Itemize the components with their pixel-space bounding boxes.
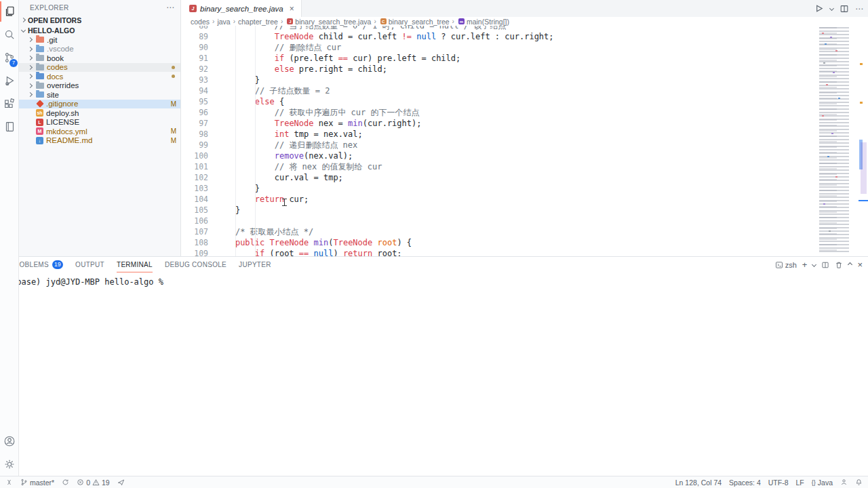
explorer-item-license[interactable]: LLICENSE	[19, 118, 180, 127]
status-person[interactable]	[840, 479, 848, 486]
panel-controls: zsh + ×	[775, 260, 863, 270]
editor-more-icon[interactable]: ⋯	[855, 4, 864, 14]
line-number: 89	[181, 31, 208, 42]
folder-icon	[36, 46, 44, 52]
explorer-more-icon[interactable]: ⋯	[166, 3, 175, 12]
panel-tab-jupyter[interactable]: JUPYTER	[239, 257, 271, 272]
editor-actions: ⋯	[814, 0, 864, 17]
open-editors-label: OPEN EDITORS	[28, 16, 81, 24]
explorer-item--vscode[interactable]: .vscode	[19, 45, 180, 54]
git-modified-badge: M	[171, 100, 176, 108]
explorer-item--gitignore[interactable]: .gitignoreM	[19, 100, 180, 109]
explorer-item-docs[interactable]: docs	[19, 72, 180, 81]
terminal-dropdown-icon[interactable]	[812, 262, 816, 267]
run-dropdown-icon[interactable]	[829, 6, 834, 11]
file-label: LICENSE	[46, 118, 79, 126]
code-text: }	[208, 183, 260, 194]
status-braces[interactable]: {}Java	[812, 479, 833, 487]
line-number: 106	[181, 216, 208, 226]
new-terminal-icon[interactable]: +	[802, 260, 808, 270]
file-label: deploy.sh	[46, 109, 79, 117]
terminal-picker[interactable]: zsh	[775, 261, 797, 269]
status-label: Spaces: 4	[729, 479, 761, 487]
breadcrumb-binary-search-tree[interactable]: Cbinary_search_tree	[379, 18, 450, 26]
terminal-prompt-text: (base) jyd@JYD-MBP hello-algo %	[12, 277, 163, 287]
chevron-right-icon	[28, 65, 33, 70]
file-label: codes	[47, 63, 68, 71]
explorer-item--git[interactable]: .git	[19, 35, 180, 45]
explorer-item-mkdocs-yml[interactable]: Mmkdocs.ymlM	[19, 127, 180, 136]
activity-item-settings[interactable]	[0, 453, 19, 476]
workspace-root-section[interactable]: HELLO-ALGO	[19, 25, 180, 35]
maximize-panel-icon[interactable]	[848, 262, 852, 267]
chevron-placeholder	[28, 121, 32, 124]
activity-item-run-debug[interactable]	[0, 69, 19, 92]
activity-item-explorer[interactable]	[0, 0, 19, 23]
status-launch[interactable]	[117, 479, 125, 486]
explorer-title: EXPLORER	[30, 4, 69, 12]
activity-item-extensions[interactable]	[0, 92, 19, 115]
panel-tab-debug-console[interactable]: DEBUG CONSOLE	[165, 257, 226, 272]
scrollbar-thumb[interactable]	[861, 142, 867, 194]
git-modified-badge: M	[171, 137, 176, 144]
status-problems[interactable]: 019	[77, 479, 110, 487]
explorer-item-codes[interactable]: codes	[19, 63, 180, 73]
panel-tab-output[interactable]: OUTPUT	[75, 257, 104, 272]
tab-title: binary_search_tree.java	[200, 5, 283, 13]
split-terminal-icon[interactable]	[821, 261, 829, 269]
breadcrumb-label: chapter_tree	[238, 18, 278, 26]
workspace-root-label: HELLO-ALGO	[28, 26, 75, 35]
status-branch[interactable]: master*	[20, 479, 54, 487]
breadcrumb-chapter-tree[interactable]: chapter_tree	[238, 18, 278, 26]
folder-icon	[36, 55, 44, 61]
line-number: 101	[181, 161, 208, 172]
explorer-item-overrides[interactable]: overrides	[19, 81, 180, 91]
file-label: mkdocs.yml	[46, 127, 87, 136]
close-tab-icon[interactable]: ×	[290, 4, 294, 14]
explorer-item-book[interactable]: book	[19, 54, 180, 63]
chevron-placeholder	[28, 111, 32, 115]
breadcrumb-codes[interactable]: codes	[191, 18, 210, 26]
status-bell[interactable]	[855, 479, 863, 486]
breadcrumb-label: main(String[])	[467, 18, 509, 26]
panel-tab-terminal[interactable]: TERMINAL	[117, 257, 153, 272]
breadcrumb-java[interactable]: java	[217, 18, 230, 26]
breadcrumb-main-string-[interactable]: mmain(String[])	[457, 18, 509, 26]
folder-icon	[36, 64, 44, 70]
error-count: 0	[86, 479, 90, 487]
status-bar-left: master*019	[5, 479, 132, 487]
activity-item-search[interactable]	[0, 23, 19, 46]
error-icon	[77, 479, 84, 486]
status-spaces-4[interactable]: Spaces: 4	[729, 479, 761, 487]
folder-icon	[36, 73, 44, 79]
status-utf-8[interactable]: UTF-8	[768, 479, 789, 487]
breadcrumb-separator-icon: ›	[233, 18, 235, 25]
open-editors-section[interactable]: OPEN EDITORS	[19, 15, 180, 25]
warning-icon	[92, 479, 100, 486]
status-bar-right: Ln 128, Col 74Spaces: 4UTF-8LF{}Java	[668, 479, 863, 487]
explorer-item-readme-md[interactable]: ↓README.mdM	[19, 136, 180, 146]
breadcrumb-separator-icon: ›	[281, 18, 283, 25]
run-button[interactable]	[814, 3, 824, 14]
status-ln-128-col-74[interactable]: Ln 128, Col 74	[675, 479, 722, 487]
status-lf[interactable]: LF	[796, 479, 804, 487]
breadcrumbs: codes›java›chapter_tree›Jbinary_search_t…	[181, 17, 868, 26]
breadcrumb-separator-icon: ›	[452, 18, 454, 25]
tab-binary-search-tree[interactable]: J binary_search_tree.java ×	[181, 0, 302, 17]
code-line-99: 99 // 递归删除结点 nex	[181, 140, 807, 150]
status-remote[interactable]	[5, 479, 13, 486]
breadcrumb-label: binary_search_tree.java	[295, 18, 371, 26]
explorer-item-site[interactable]: site	[19, 90, 180, 100]
close-panel-icon[interactable]: ×	[857, 260, 863, 270]
activity-item-account[interactable]	[0, 430, 19, 453]
kill-terminal-icon[interactable]	[835, 261, 843, 269]
split-editor-icon[interactable]	[840, 4, 849, 14]
terminal-content[interactable]: (base) jyd@JYD-MBP hello-algo %	[0, 277, 868, 488]
activity-item-notebook[interactable]	[0, 115, 19, 138]
code-line-94: 94 // 子结点数量 = 2	[181, 85, 807, 96]
status-sync[interactable]	[62, 479, 69, 486]
chevron-right-icon	[28, 92, 33, 97]
activity-item-source-control[interactable]: 7	[0, 46, 19, 69]
breadcrumb-binary-search-tree-java[interactable]: Jbinary_search_tree.java	[285, 18, 371, 26]
explorer-item-deploy-sh[interactable]: shdeploy.sh	[19, 108, 180, 118]
